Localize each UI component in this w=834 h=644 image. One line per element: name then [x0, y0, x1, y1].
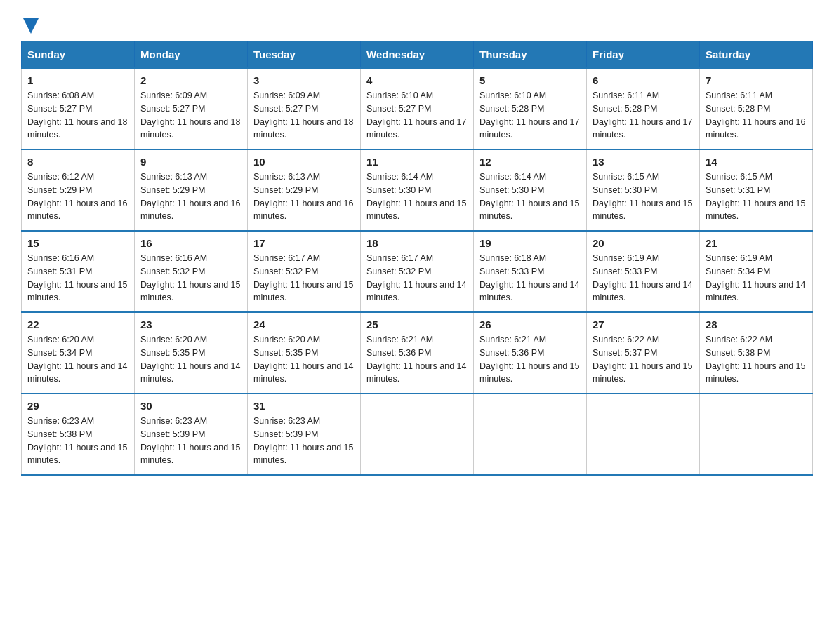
day-number: 16: [140, 237, 241, 249]
calendar-cell: 15Sunrise: 6:16 AMSunset: 5:31 PMDayligh…: [22, 231, 135, 312]
day-info: Sunrise: 6:20 AMSunset: 5:35 PMDaylight:…: [140, 333, 241, 386]
calendar-cell: 31Sunrise: 6:23 AMSunset: 5:39 PMDayligh…: [248, 394, 361, 475]
day-info: Sunrise: 6:13 AMSunset: 5:29 PMDaylight:…: [253, 170, 355, 223]
calendar-cell: [587, 394, 700, 475]
page-header: [21, 14, 813, 34]
calendar-header-monday: Monday: [135, 41, 248, 69]
day-number: 7: [706, 74, 807, 86]
calendar-cell: 25Sunrise: 6:21 AMSunset: 5:36 PMDayligh…: [361, 312, 474, 394]
day-info: Sunrise: 6:13 AMSunset: 5:29 PMDaylight:…: [140, 170, 241, 223]
day-number: 10: [253, 156, 355, 168]
calendar-cell: [474, 394, 587, 475]
day-number: 18: [366, 237, 468, 249]
logo-triangle-icon: [23, 18, 39, 34]
day-info: Sunrise: 6:19 AMSunset: 5:34 PMDaylight:…: [706, 252, 807, 304]
calendar-cell: 21Sunrise: 6:19 AMSunset: 5:34 PMDayligh…: [700, 231, 813, 312]
day-info: Sunrise: 6:19 AMSunset: 5:33 PMDaylight:…: [593, 252, 694, 304]
calendar-cell: 7Sunrise: 6:11 AMSunset: 5:28 PMDaylight…: [700, 68, 813, 149]
calendar-cell: 24Sunrise: 6:20 AMSunset: 5:35 PMDayligh…: [248, 312, 361, 394]
day-info: Sunrise: 6:23 AMSunset: 5:39 PMDaylight:…: [253, 415, 355, 467]
calendar-cell: 1Sunrise: 6:08 AMSunset: 5:27 PMDaylight…: [22, 68, 135, 149]
day-number: 22: [27, 318, 128, 330]
calendar-table: SundayMondayTuesdayWednesdayThursdayFrid…: [21, 41, 813, 476]
day-number: 25: [366, 318, 468, 330]
day-number: 28: [706, 318, 807, 330]
day-number: 5: [479, 74, 581, 86]
day-info: Sunrise: 6:09 AMSunset: 5:27 PMDaylight:…: [253, 89, 355, 142]
calendar-cell: 14Sunrise: 6:15 AMSunset: 5:31 PMDayligh…: [700, 149, 813, 231]
calendar-cell: 29Sunrise: 6:23 AMSunset: 5:38 PMDayligh…: [22, 394, 135, 475]
calendar-cell: 5Sunrise: 6:10 AMSunset: 5:28 PMDaylight…: [474, 68, 587, 149]
calendar-cell: 4Sunrise: 6:10 AMSunset: 5:27 PMDaylight…: [361, 68, 474, 149]
calendar-header-sunday: Sunday: [22, 41, 135, 69]
day-number: 8: [27, 156, 128, 168]
day-number: 23: [140, 318, 241, 330]
calendar-cell: 10Sunrise: 6:13 AMSunset: 5:29 PMDayligh…: [248, 149, 361, 231]
calendar-cell: 16Sunrise: 6:16 AMSunset: 5:32 PMDayligh…: [135, 231, 248, 312]
day-number: 20: [593, 237, 694, 249]
calendar-header-thursday: Thursday: [474, 41, 587, 69]
calendar-week-row: 29Sunrise: 6:23 AMSunset: 5:38 PMDayligh…: [22, 394, 813, 475]
calendar-header-friday: Friday: [587, 41, 700, 69]
day-number: 30: [140, 400, 241, 412]
calendar-cell: 3Sunrise: 6:09 AMSunset: 5:27 PMDaylight…: [248, 68, 361, 149]
calendar-cell: 28Sunrise: 6:22 AMSunset: 5:38 PMDayligh…: [700, 312, 813, 394]
day-info: Sunrise: 6:15 AMSunset: 5:30 PMDaylight:…: [593, 170, 694, 223]
day-info: Sunrise: 6:16 AMSunset: 5:31 PMDaylight:…: [27, 252, 128, 304]
day-number: 9: [140, 156, 241, 168]
calendar-cell: 22Sunrise: 6:20 AMSunset: 5:34 PMDayligh…: [22, 312, 135, 394]
calendar-header-saturday: Saturday: [700, 41, 813, 69]
day-number: 13: [593, 156, 694, 168]
day-info: Sunrise: 6:15 AMSunset: 5:31 PMDaylight:…: [706, 170, 807, 223]
calendar-cell: 19Sunrise: 6:18 AMSunset: 5:33 PMDayligh…: [474, 231, 587, 312]
day-info: Sunrise: 6:21 AMSunset: 5:36 PMDaylight:…: [479, 333, 581, 386]
day-number: 6: [593, 74, 694, 86]
day-info: Sunrise: 6:08 AMSunset: 5:27 PMDaylight:…: [27, 89, 128, 142]
calendar-cell: [361, 394, 474, 475]
calendar-cell: 23Sunrise: 6:20 AMSunset: 5:35 PMDayligh…: [135, 312, 248, 394]
calendar-header-row: SundayMondayTuesdayWednesdayThursdayFrid…: [22, 41, 813, 69]
day-info: Sunrise: 6:21 AMSunset: 5:36 PMDaylight:…: [366, 333, 468, 386]
day-info: Sunrise: 6:11 AMSunset: 5:28 PMDaylight:…: [706, 89, 807, 142]
day-info: Sunrise: 6:14 AMSunset: 5:30 PMDaylight:…: [366, 170, 468, 223]
calendar-cell: 6Sunrise: 6:11 AMSunset: 5:28 PMDaylight…: [587, 68, 700, 149]
day-info: Sunrise: 6:16 AMSunset: 5:32 PMDaylight:…: [140, 252, 241, 304]
day-number: 24: [253, 318, 355, 330]
day-number: 14: [706, 156, 807, 168]
calendar-cell: 12Sunrise: 6:14 AMSunset: 5:30 PMDayligh…: [474, 149, 587, 231]
calendar-week-row: 1Sunrise: 6:08 AMSunset: 5:27 PMDaylight…: [22, 68, 813, 149]
day-info: Sunrise: 6:12 AMSunset: 5:29 PMDaylight:…: [27, 170, 128, 223]
day-number: 1: [27, 74, 128, 86]
calendar-cell: 27Sunrise: 6:22 AMSunset: 5:37 PMDayligh…: [587, 312, 700, 394]
day-number: 3: [253, 74, 355, 86]
day-number: 19: [479, 237, 581, 249]
day-info: Sunrise: 6:23 AMSunset: 5:39 PMDaylight:…: [140, 415, 241, 467]
day-number: 27: [593, 318, 694, 330]
svg-marker-0: [23, 18, 39, 34]
day-info: Sunrise: 6:23 AMSunset: 5:38 PMDaylight:…: [27, 415, 128, 467]
day-number: 12: [479, 156, 581, 168]
calendar-week-row: 22Sunrise: 6:20 AMSunset: 5:34 PMDayligh…: [22, 312, 813, 394]
calendar-cell: 18Sunrise: 6:17 AMSunset: 5:32 PMDayligh…: [361, 231, 474, 312]
day-info: Sunrise: 6:18 AMSunset: 5:33 PMDaylight:…: [479, 252, 581, 304]
day-number: 29: [27, 400, 128, 412]
calendar-cell: 30Sunrise: 6:23 AMSunset: 5:39 PMDayligh…: [135, 394, 248, 475]
calendar-cell: 26Sunrise: 6:21 AMSunset: 5:36 PMDayligh…: [474, 312, 587, 394]
day-number: 31: [253, 400, 355, 412]
day-info: Sunrise: 6:17 AMSunset: 5:32 PMDaylight:…: [366, 252, 468, 304]
calendar-week-row: 8Sunrise: 6:12 AMSunset: 5:29 PMDaylight…: [22, 149, 813, 231]
calendar-cell: 2Sunrise: 6:09 AMSunset: 5:27 PMDaylight…: [135, 68, 248, 149]
calendar-cell: 8Sunrise: 6:12 AMSunset: 5:29 PMDaylight…: [22, 149, 135, 231]
day-info: Sunrise: 6:09 AMSunset: 5:27 PMDaylight:…: [140, 89, 241, 142]
calendar-cell: [700, 394, 813, 475]
day-number: 21: [706, 237, 807, 249]
day-number: 26: [479, 318, 581, 330]
calendar-cell: 9Sunrise: 6:13 AMSunset: 5:29 PMDaylight…: [135, 149, 248, 231]
logo: [21, 21, 39, 34]
calendar-header-tuesday: Tuesday: [248, 41, 361, 69]
day-info: Sunrise: 6:10 AMSunset: 5:27 PMDaylight:…: [366, 89, 468, 142]
day-number: 17: [253, 237, 355, 249]
day-info: Sunrise: 6:14 AMSunset: 5:30 PMDaylight:…: [479, 170, 581, 223]
calendar-cell: 20Sunrise: 6:19 AMSunset: 5:33 PMDayligh…: [587, 231, 700, 312]
calendar-week-row: 15Sunrise: 6:16 AMSunset: 5:31 PMDayligh…: [22, 231, 813, 312]
